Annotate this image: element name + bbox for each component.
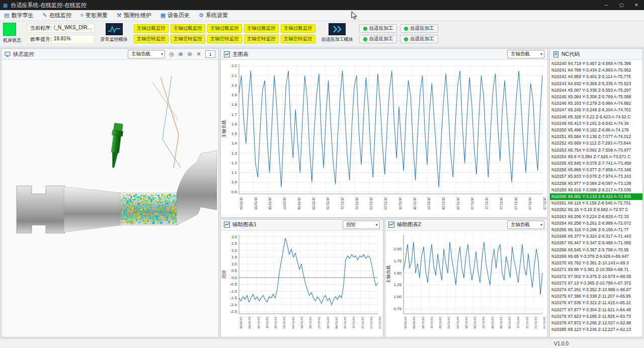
viewport-signal-dropdown[interactable]: 主轴负载 ▾ xyxy=(128,50,165,58)
viewport-3d[interactable] xyxy=(2,60,218,337)
nc-line[interactable]: N10247 X5.245 Y-3.249 Z-6.204 A-74.701 xyxy=(550,107,642,113)
nc-line[interactable]: N10248 X5.328 Y-3.22 Z-6.423 A-74.52 C xyxy=(550,114,642,120)
svg-text:16:50:54: 16:50:54 xyxy=(239,197,243,210)
menu-item-device-history[interactable]: ▦设备历史 xyxy=(160,12,190,19)
menu-item-predictive-maintenance[interactable]: ⚒预测性维护 xyxy=(117,12,151,19)
nc-line[interactable]: N10264 X6.258 Y-3.261 Z-8.989 A-72.072 xyxy=(550,220,642,227)
nc-line[interactable]: N10261 X6.119 Y-3.159 Z-8.546 A-72.701 xyxy=(550,200,642,206)
spindle-overload-monitor-button[interactable]: 主轴过载监控 xyxy=(134,24,169,33)
svg-text:16:51:05: 16:51:05 xyxy=(465,317,468,329)
nc-line[interactable]: N10272 X7.002 Y-3.375 Z-10.573 A-68.05 xyxy=(550,273,642,280)
main-chart-signal-dropdown[interactable]: 主轴负载 ▾ xyxy=(507,50,544,58)
spindle-idle-monitor-button[interactable]: 主轴空转监控 xyxy=(207,35,242,43)
nc-line[interactable]: N10277 X7.677 Y-3.304 Z-11.621 A-64.48 xyxy=(550,307,642,313)
adaptive-module-icon[interactable] xyxy=(329,23,346,35)
aux-chart-1-signal-dropdown[interactable]: 扭矩 ▾ xyxy=(343,221,380,229)
zoom-out-icon[interactable]: ⊖ xyxy=(186,50,194,58)
nc-line[interactable]: N10240 X4.719 Y-3.467 Z-4.669 A-76.396 xyxy=(550,60,642,67)
spindle-idle-monitor-button[interactable]: 主轴空转监控 xyxy=(134,35,169,43)
nc-line[interactable]: N10254 X5.8 Y-3.084 Z-7.625 A-73.571 C xyxy=(550,154,642,160)
nc-code-list[interactable]: N10240 X4.719 Y-3.467 Z-4.669 A-76.396N1… xyxy=(550,60,642,337)
spindle-idle-monitor-button[interactable]: 主轴空转监控 xyxy=(281,35,315,43)
predictive-maintenance-icon: ⚒ xyxy=(117,12,122,19)
close-button[interactable]: ✕ xyxy=(629,0,644,10)
nc-line[interactable]: N10274 X7.261 Y-3.352 Z-10.998 A-66.67 xyxy=(550,287,642,293)
spindle-overload-monitor-button[interactable]: 主轴过载监控 xyxy=(244,24,279,33)
aux-chart-2-panel: 辅助图表2 主轴负载 ▾ 0.751.001.251.501.752.0016:… xyxy=(385,219,548,337)
nc-line[interactable]: N10266 X6.377 Y-3.324 Z-9.317 A-71.443 xyxy=(550,233,642,240)
nc-line[interactable]: N10262 X6.16 Y-3.19 Z-8.682 A-72.57 C xyxy=(550,206,642,213)
nc-line[interactable]: N10243 X4.932 Y-3.369 Z-5.335 A-75.523 xyxy=(550,81,642,87)
svg-text:16:51:01: 16:51:01 xyxy=(430,317,433,329)
aux-chart-1-panel: 辅助图表1 扭矩 ▾ -2.5-2.0-1.5-1.0-0.50.00.51.0… xyxy=(220,219,383,337)
adaptive-machining-button[interactable]: 自适应加工 xyxy=(359,35,397,43)
nc-line[interactable]: N10249 X5.413 Y-3.191 Z-6.642 A-74.34 xyxy=(550,120,642,127)
nc-line[interactable]: N10267 X6.447 Y-3.347 Z-9.489 A-71.055 xyxy=(550,240,642,246)
nc-line[interactable]: N10258 X5.977 Y-3.084 Z-8.097 A-73.138 xyxy=(550,180,642,187)
menu-item-digital-twin[interactable]: ▤数字孪生 xyxy=(4,12,33,19)
nc-line[interactable]: N10256 X5.889 Y-3.077 Z-7.858 A-73.348 xyxy=(550,167,642,173)
svg-text:16:51:03: 16:51:03 xyxy=(283,317,286,329)
version-label: V1.0.0 xyxy=(554,341,569,346)
nc-line[interactable]: N10271 X6.88 Y-3.381 Z-10.359 A-68.71 xyxy=(550,266,642,273)
spindle-idle-monitor-button[interactable]: 主轴空转监控 xyxy=(244,35,279,43)
svg-text:16:50:59: 16:50:59 xyxy=(413,317,416,329)
nc-line[interactable]: N10279 X7.972 Y-3.266 Z-12.027 A-62.98 xyxy=(550,320,642,326)
nc-line[interactable]: N10242 X4.859 Y-3.401 Z-5.114 A-75.775 xyxy=(550,74,642,80)
adaptive-machining-button[interactable]: 自适应加工 xyxy=(400,24,438,33)
minimize-button[interactable]: ─ xyxy=(599,0,614,10)
nc-line[interactable]: N10241 X4.788 Y-3.434 Z-4.893 A-76.062 xyxy=(550,67,642,74)
nc-line[interactable]: N10259 X6.016 Y-3.098 Z-8.217 A-73.036 xyxy=(550,187,642,193)
nc-line[interactable]: N10265 X6.316 Y-3.296 Z-9.156 A-71.77 xyxy=(550,227,642,233)
nc-line[interactable]: N10268 X6.545 Y-3.367 Z-9.708 A-70.55 xyxy=(550,247,642,253)
nc-line[interactable]: N10273 X7.13 Y-3.365 Z-10.786 A-67.372 xyxy=(550,280,642,287)
aux-chart-2-signal-dropdown[interactable]: 主轴负载 ▾ xyxy=(507,221,544,229)
nc-line[interactable]: N10278 X7.823 Y-3.286 Z-11.825 A-63.73 xyxy=(550,313,642,320)
svg-text:3.0: 3.0 xyxy=(231,234,237,239)
document-icon xyxy=(553,51,559,57)
nc-line[interactable]: N10252 X5.669 Y-3.112 Z-7.293 A-73.844 xyxy=(550,140,642,147)
nc-line[interactable]: N10270 X6.762 Y-3.381 Z-10.143 A-69.3 xyxy=(550,260,642,266)
reset-view-icon[interactable]: ◎ xyxy=(168,50,176,58)
menu-item-label: 预测性维护 xyxy=(124,12,151,19)
adaptive-machining-button[interactable]: 自适应加工 xyxy=(359,24,397,33)
spindle-overload-monitor-button[interactable]: 主轴过载监控 xyxy=(171,24,205,33)
nc-line[interactable]: N10246 X5.163 Y-3.279 Z-5.984 A-74.892 xyxy=(550,100,642,107)
maximize-button[interactable]: ▢ xyxy=(614,0,629,10)
zoom-in-icon[interactable]: ⊕ xyxy=(177,50,185,58)
svg-text:16:50:58: 16:50:58 xyxy=(297,197,301,210)
menu-item-deformation-measure[interactable]: ⌗变形测量 xyxy=(80,12,108,19)
spindle-overload-monitor-button[interactable]: 主轴过载监控 xyxy=(207,24,242,33)
app-window: ▦ 自适应系统-在线监控-在线监控 ─ ▢ ✕ ▤数字孪生✎在线监控⌗变形测量⚒… xyxy=(0,0,644,348)
nc-line[interactable]: N10276 X7.535 Y-3.322 Z-11.415 A-65.22 xyxy=(550,300,642,306)
nc-line[interactable]: N10244 X5.007 Y-3.338 Z-5.553 A-75.297 xyxy=(550,87,642,94)
monitor-button-rows: 主轴过载监控主轴过载监控主轴过载监控主轴过载监控主轴过载监控 主轴空转监控主轴空… xyxy=(134,23,315,43)
nc-line[interactable]: N10255 X5.845 Y-3.079 Z-7.741 A-73.458 xyxy=(550,160,642,167)
spindle-idle-monitor-button[interactable]: 主轴空转监控 xyxy=(171,35,205,43)
svg-text:16:51:12: 16:51:12 xyxy=(500,197,503,210)
nc-line[interactable]: N10253 X5.754 Y-3.092 Z-7.508 A-73.677 xyxy=(550,147,642,154)
anomaly-module-icon[interactable] xyxy=(106,23,123,35)
svg-text:16:51:09: 16:51:09 xyxy=(456,197,460,210)
menu-item-system-settings[interactable]: ⚙系统设置 xyxy=(199,12,228,19)
close-view-icon[interactable]: ✕ xyxy=(195,50,203,58)
menu-item-online-monitoring[interactable]: ✎在线监控 xyxy=(42,12,71,19)
nc-line[interactable]: N10250 X5.498 Y-3.162 Z-6.86 A-74.178 xyxy=(550,127,642,133)
scale-input[interactable]: 1 xyxy=(205,50,215,58)
adaptive-machining-button[interactable]: 自适应加工 xyxy=(400,35,438,43)
content-area: 状态监控 主轴负载 ▾ ◎⊕⊖✕ 1 xyxy=(0,47,644,338)
spindle-overload-monitor-button[interactable]: 主轴过载监控 xyxy=(281,24,315,33)
nc-line[interactable]: N10257 X5.933 Y-3.078 Z-7.974 A-73.243 xyxy=(550,173,642,180)
nc-line[interactable]: N10269 X6.65 Y-3.379 Z-9.926 A-69.947 xyxy=(550,253,642,260)
main-chart-title: 主图表 xyxy=(232,51,249,58)
nc-line[interactable]: N10280 X8.123 Y-3.245 Z-12.227 A-62.23 xyxy=(550,326,642,333)
nc-line[interactable]: N10251 X5.584 Y-3.136 Z-7.077 A-74.012 xyxy=(550,133,642,140)
status-bar: V1.0.0 xyxy=(0,338,644,348)
nc-line[interactable]: N10275 X7.396 Y-3.338 Z-11.207 A-65.95 xyxy=(550,293,642,300)
svg-text:16:51:02: 16:51:02 xyxy=(355,197,359,210)
nc-line[interactable]: N10245 X5.084 Y-3.308 Z-5.769 A-75.088 xyxy=(550,94,642,100)
online-monitoring-icon: ✎ xyxy=(42,12,47,19)
nc-line[interactable]: N10263 X6.206 Y-3.224 Z-8.828 A-72.33 xyxy=(550,214,642,220)
nc-line[interactable]: N10260 X6.081 Y-3.133 Z-8.422 A-72.835 xyxy=(550,193,642,200)
svg-text:16:51:11: 16:51:11 xyxy=(485,197,489,210)
